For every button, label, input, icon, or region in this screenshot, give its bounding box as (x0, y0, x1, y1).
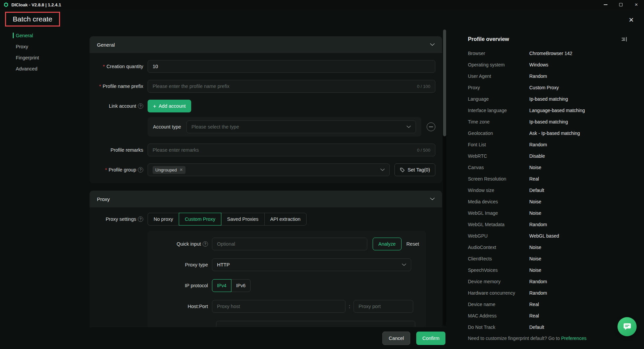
profile-remarks-row: Profile remarks 0 / 500 (96, 144, 435, 156)
scrollbar-thumb[interactable] (443, 30, 446, 136)
overview-row-value: Noise (529, 256, 541, 261)
profile-name-prefix-input[interactable] (153, 84, 413, 89)
confirm-button[interactable]: Confirm (416, 332, 445, 345)
overview-row: Interface language Language-based matchi… (468, 105, 627, 116)
proxy-account-row (154, 321, 419, 327)
overview-row-label: Screen Resolution (468, 176, 529, 182)
required-marker: * (99, 84, 101, 89)
profile-remarks-input[interactable] (153, 147, 413, 153)
overview-row-label: WebRTC (468, 153, 529, 159)
general-section-header[interactable]: General (90, 36, 442, 53)
profile-group-label: * Profile group ? (96, 167, 148, 172)
prefix-char-counter: 0 / 100 (417, 84, 430, 89)
overview-row: Device memory Random (468, 276, 627, 287)
tab-api-extraction[interactable]: API extraction (264, 213, 307, 226)
overview-row-label: Font List (468, 142, 529, 147)
collapse-panel-icon[interactable] (621, 37, 627, 42)
proxy-host-input[interactable] (217, 304, 340, 309)
link-account-label: Link account ? (96, 100, 148, 112)
nav-item-fingerprint[interactable]: Fingerprint (0, 52, 90, 63)
overview-row-value: Random (529, 142, 547, 147)
nav-item-proxy[interactable]: Proxy (0, 41, 90, 52)
custom-proxy-panel: Quick input ? Analyze Reset Proxy ty (148, 231, 426, 327)
overview-row: Time zone Ip-based matching (468, 116, 627, 128)
link-account-row: Link account ? + Add account Account typ… (96, 100, 435, 137)
overview-row-value: Windows (529, 62, 548, 67)
nav-item-general[interactable]: General (0, 30, 90, 41)
overview-row: Font List Random (468, 139, 627, 150)
help-icon[interactable]: ? (138, 103, 143, 109)
close-dialog-button[interactable]: ✕ (629, 17, 634, 23)
overview-row-label: Window size (468, 188, 529, 193)
minimize-icon (604, 4, 607, 5)
add-account-button[interactable]: + Add account (148, 100, 191, 112)
form-scroll-area: General * Creation quantity (90, 9, 447, 327)
general-section: General * Creation quantity (90, 36, 442, 183)
maximize-icon (619, 3, 623, 6)
minimize-button[interactable] (598, 0, 613, 9)
proxy-section-header[interactable]: Proxy (90, 191, 442, 207)
proxy-type-select[interactable]: HTTP (212, 258, 411, 271)
general-section-body: * Creation quantity * Profile name p (90, 53, 442, 183)
tab-custom-proxy[interactable]: Custom Proxy (179, 213, 221, 226)
partial-input[interactable] (216, 321, 415, 327)
creation-quantity-input[interactable] (153, 64, 430, 69)
overview-row-value: Random (529, 290, 547, 296)
overview-row: WebGL Image Noise (468, 207, 627, 219)
overview-row-label: MAC Address (468, 313, 529, 318)
quick-input-row: Quick input ? Analyze Reset (154, 238, 419, 250)
dialog-footer: Cancel Confirm (90, 327, 447, 349)
reset-button[interactable]: Reset (407, 241, 419, 247)
help-icon[interactable]: ? (138, 216, 143, 222)
close-window-button[interactable]: ✕ (629, 0, 644, 9)
chevron-down-icon (430, 43, 435, 46)
support-chat-button[interactable] (618, 317, 637, 336)
quick-input-label: Quick input ? (154, 241, 212, 247)
form-column: General * Creation quantity (90, 9, 447, 349)
remove-tag-icon[interactable]: ✕ (179, 167, 183, 172)
overview-row-label: Hardware concurrency (468, 290, 529, 296)
account-type-select[interactable]: Please select the type (186, 120, 416, 133)
overview-row: Media devices Noise (468, 196, 627, 207)
dialog-nav: General Proxy Fingerprint Advanced (0, 30, 90, 74)
overview-row-value: Default (529, 188, 544, 193)
overview-row-value: Ip-based matching (529, 96, 568, 102)
account-entry-row: Account type Please select the type (148, 117, 435, 137)
overview-row-value: Random (529, 222, 547, 227)
window-title: DICloak - V2.8.8 | 1.2.4.1 (11, 2, 61, 7)
analyze-button[interactable]: Analyze (373, 238, 401, 250)
proxy-type-row: Proxy type HTTP (154, 258, 419, 271)
proxy-section-body: Proxy settings ? No proxy Custom Proxy S… (90, 207, 442, 327)
preferences-link[interactable]: Preferences (561, 336, 586, 341)
ipv4-button[interactable]: IPv4 (212, 279, 231, 292)
overview-row: ClientRects Noise (468, 253, 627, 264)
overview-row: AudioContext Noise (468, 242, 627, 253)
set-tag-button[interactable]: Set Tag(0) (394, 163, 435, 176)
help-icon[interactable]: ? (138, 167, 143, 172)
profile-overview-list: Browser ChromeBrowser 142 Operating syst… (468, 48, 627, 333)
tab-saved-proxies[interactable]: Saved Proxies (221, 213, 265, 226)
remove-account-button[interactable] (427, 122, 435, 131)
quick-input[interactable] (217, 241, 362, 247)
tab-no-proxy[interactable]: No proxy (148, 213, 179, 226)
overview-row: Device name Real (468, 299, 627, 310)
overview-row-label: Operating system (468, 62, 529, 67)
overview-row: Hardware concurrency Random (468, 287, 627, 299)
overview-row-label: Interface language (468, 108, 529, 113)
general-section-title: General (97, 42, 115, 48)
profile-group-select[interactable]: Ungrouped ✕ (148, 163, 390, 176)
required-marker: * (103, 64, 105, 69)
proxy-port-input[interactable] (359, 304, 408, 309)
nav-item-advanced[interactable]: Advanced (0, 63, 90, 74)
help-icon[interactable]: ? (203, 241, 208, 247)
overview-row-label: Media devices (468, 199, 529, 204)
overview-row: Proxy Custom Proxy (468, 82, 627, 93)
profile-overview-header: Profile overview (468, 36, 627, 42)
ipv6-button[interactable]: IPv6 (231, 279, 251, 292)
maximize-button[interactable] (613, 0, 629, 9)
overview-row-label: WebGL Image (468, 210, 529, 216)
cancel-button[interactable]: Cancel (382, 332, 410, 345)
proxy-section: Proxy Proxy settings ? No proxy Custom P… (90, 191, 442, 327)
overview-row: MAC Address Real (468, 310, 627, 321)
batch-create-title: Batch create (5, 12, 60, 27)
